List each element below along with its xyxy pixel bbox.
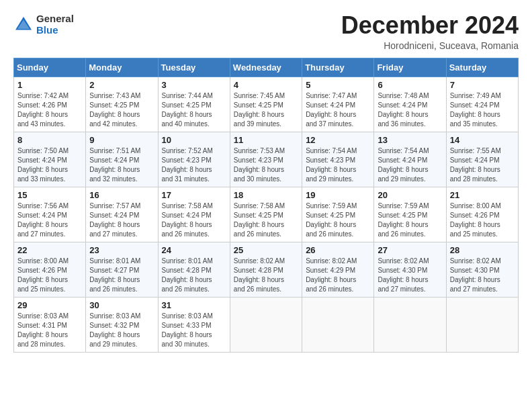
calendar-cell: 8Sunrise: 7:50 AM Sunset: 4:24 PM Daylig… [14, 132, 86, 187]
calendar-week-2: 8Sunrise: 7:50 AM Sunset: 4:24 PM Daylig… [14, 132, 519, 187]
calendar-cell: 7Sunrise: 7:49 AM Sunset: 4:24 PM Daylig… [446, 77, 518, 132]
day-number: 29 [17, 300, 82, 310]
day-number: 16 [89, 190, 154, 200]
calendar-cell [302, 298, 374, 353]
day-info: Sunrise: 8:01 AM Sunset: 4:27 PM Dayligh… [89, 257, 154, 294]
day-info: Sunrise: 8:03 AM Sunset: 4:31 PM Dayligh… [17, 312, 82, 349]
day-number: 24 [162, 245, 226, 255]
day-number: 28 [450, 245, 515, 255]
header-monday: Monday [86, 58, 158, 77]
calendar-cell: 27Sunrise: 8:02 AM Sunset: 4:30 PM Dayli… [374, 242, 446, 298]
day-info: Sunrise: 8:00 AM Sunset: 4:26 PM Dayligh… [17, 257, 82, 294]
calendar-cell: 24Sunrise: 8:01 AM Sunset: 4:28 PM Dayli… [158, 242, 230, 298]
calendar-week-3: 15Sunrise: 7:56 AM Sunset: 4:24 PM Dayli… [14, 187, 519, 242]
day-info: Sunrise: 7:53 AM Sunset: 4:23 PM Dayligh… [234, 146, 298, 184]
calendar-cell: 30Sunrise: 8:03 AM Sunset: 4:32 PM Dayli… [86, 298, 158, 353]
calendar-cell: 25Sunrise: 8:02 AM Sunset: 4:28 PM Dayli… [230, 242, 302, 298]
logo-icon [13, 15, 34, 35]
header-sunday: Sunday [14, 58, 86, 77]
calendar-week-4: 22Sunrise: 8:00 AM Sunset: 4:26 PM Dayli… [14, 242, 519, 298]
calendar-cell: 23Sunrise: 8:01 AM Sunset: 4:27 PM Dayli… [86, 242, 158, 298]
day-info: Sunrise: 8:02 AM Sunset: 4:30 PM Dayligh… [450, 257, 515, 294]
header-thursday: Thursday [302, 58, 374, 77]
day-number: 31 [162, 300, 226, 310]
day-number: 14 [450, 135, 515, 145]
day-info: Sunrise: 7:56 AM Sunset: 4:24 PM Dayligh… [17, 201, 82, 239]
day-info: Sunrise: 7:50 AM Sunset: 4:24 PM Dayligh… [17, 146, 82, 184]
title-area: December 2024 Horodniceni, Suceava, Roma… [341, 13, 519, 51]
day-number: 3 [162, 80, 226, 90]
day-info: Sunrise: 8:03 AM Sunset: 4:32 PM Dayligh… [89, 312, 154, 349]
day-number: 25 [234, 245, 298, 255]
header-tuesday: Tuesday [158, 58, 230, 77]
day-number: 13 [378, 135, 442, 145]
day-info: Sunrise: 7:58 AM Sunset: 4:25 PM Dayligh… [234, 201, 298, 239]
calendar-cell: 18Sunrise: 7:58 AM Sunset: 4:25 PM Dayli… [230, 187, 302, 242]
day-info: Sunrise: 7:43 AM Sunset: 4:25 PM Dayligh… [89, 91, 154, 129]
day-number: 7 [450, 80, 515, 90]
day-info: Sunrise: 7:59 AM Sunset: 4:25 PM Dayligh… [378, 201, 442, 239]
day-info: Sunrise: 8:02 AM Sunset: 4:30 PM Dayligh… [378, 257, 442, 294]
day-info: Sunrise: 8:02 AM Sunset: 4:29 PM Dayligh… [306, 257, 370, 294]
calendar-cell: 22Sunrise: 8:00 AM Sunset: 4:26 PM Dayli… [14, 242, 86, 298]
day-info: Sunrise: 7:52 AM Sunset: 4:23 PM Dayligh… [162, 146, 226, 184]
day-number: 5 [306, 80, 370, 90]
day-info: Sunrise: 7:54 AM Sunset: 4:24 PM Dayligh… [378, 146, 442, 184]
calendar-cell: 15Sunrise: 7:56 AM Sunset: 4:24 PM Dayli… [14, 187, 86, 242]
logo-general-text: General [36, 13, 74, 25]
day-info: Sunrise: 8:00 AM Sunset: 4:26 PM Dayligh… [450, 201, 515, 239]
calendar-cell: 3Sunrise: 7:44 AM Sunset: 4:25 PM Daylig… [158, 77, 230, 132]
header-wednesday: Wednesday [230, 58, 302, 77]
day-info: Sunrise: 8:03 AM Sunset: 4:33 PM Dayligh… [162, 312, 226, 349]
calendar-table: SundayMondayTuesdayWednesdayThursdayFrid… [13, 58, 519, 353]
day-info: Sunrise: 7:49 AM Sunset: 4:24 PM Dayligh… [450, 91, 515, 129]
calendar-cell: 9Sunrise: 7:51 AM Sunset: 4:24 PM Daylig… [86, 132, 158, 187]
day-number: 10 [162, 135, 226, 145]
calendar-cell: 2Sunrise: 7:43 AM Sunset: 4:25 PM Daylig… [86, 77, 158, 132]
day-info: Sunrise: 7:54 AM Sunset: 4:23 PM Dayligh… [306, 146, 370, 184]
day-info: Sunrise: 7:51 AM Sunset: 4:24 PM Dayligh… [89, 146, 154, 184]
day-number: 4 [234, 80, 298, 90]
calendar-cell: 31Sunrise: 8:03 AM Sunset: 4:33 PM Dayli… [158, 298, 230, 353]
header: General Blue December 2024 Horodniceni, … [13, 13, 519, 51]
day-info: Sunrise: 7:44 AM Sunset: 4:25 PM Dayligh… [162, 91, 226, 129]
calendar-cell: 14Sunrise: 7:55 AM Sunset: 4:24 PM Dayli… [446, 132, 518, 187]
day-number: 23 [89, 245, 154, 255]
calendar-week-5: 29Sunrise: 8:03 AM Sunset: 4:31 PM Dayli… [14, 298, 519, 353]
day-info: Sunrise: 7:42 AM Sunset: 4:26 PM Dayligh… [17, 91, 82, 129]
calendar-cell: 11Sunrise: 7:53 AM Sunset: 4:23 PM Dayli… [230, 132, 302, 187]
day-number: 2 [89, 80, 154, 90]
day-number: 30 [89, 300, 154, 310]
calendar-cell: 1Sunrise: 7:42 AM Sunset: 4:26 PM Daylig… [14, 77, 86, 132]
calendar-cell: 21Sunrise: 8:00 AM Sunset: 4:26 PM Dayli… [446, 187, 518, 242]
day-number: 18 [234, 190, 298, 200]
calendar-cell: 4Sunrise: 7:45 AM Sunset: 4:25 PM Daylig… [230, 77, 302, 132]
header-saturday: Saturday [446, 58, 518, 77]
month-title: December 2024 [341, 13, 519, 38]
day-number: 11 [234, 135, 298, 145]
calendar-cell: 10Sunrise: 7:52 AM Sunset: 4:23 PM Dayli… [158, 132, 230, 187]
calendar-cell [446, 298, 518, 353]
logo-blue-text: Blue [36, 25, 74, 36]
calendar-cell: 5Sunrise: 7:47 AM Sunset: 4:24 PM Daylig… [302, 77, 374, 132]
day-number: 8 [17, 135, 82, 145]
day-number: 27 [378, 245, 442, 255]
day-info: Sunrise: 7:47 AM Sunset: 4:24 PM Dayligh… [306, 91, 370, 129]
calendar-cell: 28Sunrise: 8:02 AM Sunset: 4:30 PM Dayli… [446, 242, 518, 298]
day-number: 20 [378, 190, 442, 200]
calendar-cell: 19Sunrise: 7:59 AM Sunset: 4:25 PM Dayli… [302, 187, 374, 242]
calendar-cell: 16Sunrise: 7:57 AM Sunset: 4:24 PM Dayli… [86, 187, 158, 242]
calendar-cell [374, 298, 446, 353]
day-number: 6 [378, 80, 442, 90]
day-number: 15 [17, 190, 82, 200]
calendar-cell: 26Sunrise: 8:02 AM Sunset: 4:29 PM Dayli… [302, 242, 374, 298]
calendar-cell: 6Sunrise: 7:48 AM Sunset: 4:24 PM Daylig… [374, 77, 446, 132]
logo: General Blue [13, 13, 74, 36]
day-number: 17 [162, 190, 226, 200]
calendar-header-row: SundayMondayTuesdayWednesdayThursdayFrid… [14, 58, 519, 77]
header-friday: Friday [374, 58, 446, 77]
calendar-week-1: 1Sunrise: 7:42 AM Sunset: 4:26 PM Daylig… [14, 77, 519, 132]
calendar-cell [230, 298, 302, 353]
day-number: 9 [89, 135, 154, 145]
day-info: Sunrise: 7:48 AM Sunset: 4:24 PM Dayligh… [378, 91, 442, 129]
